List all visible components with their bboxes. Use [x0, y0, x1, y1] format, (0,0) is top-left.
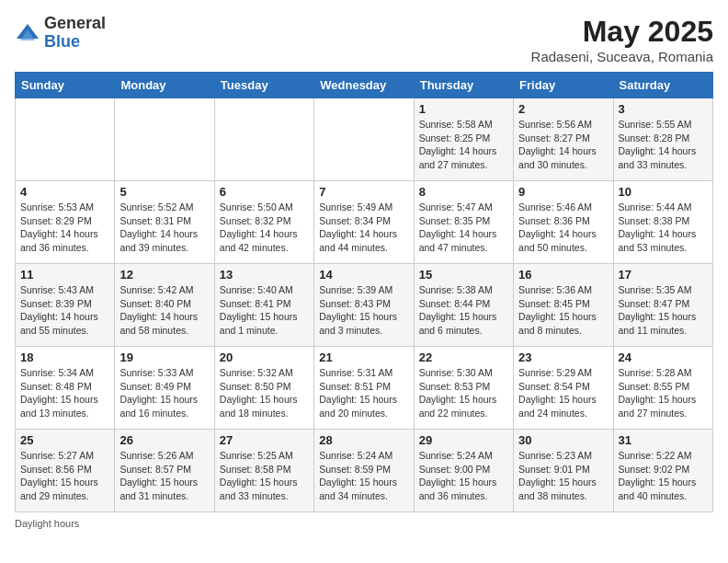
calendar-cell: 31Sunrise: 5:22 AM Sunset: 9:02 PM Dayli…	[613, 430, 712, 512]
day-number: 10	[619, 185, 708, 199]
day-info: Sunrise: 5:29 AM Sunset: 8:54 PM Dayligh…	[518, 366, 608, 420]
day-number: 11	[20, 268, 109, 282]
day-number: 23	[518, 350, 608, 364]
day-number: 19	[119, 350, 209, 364]
day-number: 25	[20, 433, 109, 447]
calendar-cell: 13Sunrise: 5:40 AM Sunset: 8:41 PM Dayli…	[214, 264, 313, 347]
day-number: 9	[518, 185, 608, 199]
header: General Blue May 2025 Radaseni, Suceava,…	[15, 15, 713, 64]
day-number: 2	[518, 102, 608, 116]
day-number: 4	[20, 185, 109, 199]
day-info: Sunrise: 5:22 AM Sunset: 9:02 PM Dayligh…	[619, 449, 708, 503]
day-number: 20	[220, 350, 309, 364]
header-day-monday: Monday	[115, 73, 214, 98]
daylight-label: Daylight hours	[15, 518, 79, 529]
day-info: Sunrise: 5:43 AM Sunset: 8:39 PM Dayligh…	[20, 283, 109, 338]
calendar-cell: 2Sunrise: 5:56 AM Sunset: 8:27 PM Daylig…	[514, 98, 613, 181]
calendar-cell: 28Sunrise: 5:24 AM Sunset: 8:59 PM Dayli…	[314, 430, 414, 512]
calendar-cell	[314, 98, 414, 181]
day-info: Sunrise: 5:23 AM Sunset: 9:01 PM Dayligh…	[518, 449, 608, 503]
header-day-thursday: Thursday	[414, 73, 513, 98]
calendar-cell	[16, 98, 115, 181]
day-info: Sunrise: 5:39 AM Sunset: 8:43 PM Dayligh…	[319, 283, 408, 338]
calendar-cell: 27Sunrise: 5:25 AM Sunset: 8:58 PM Dayli…	[214, 430, 313, 512]
day-info: Sunrise: 5:27 AM Sunset: 8:56 PM Dayligh…	[20, 449, 109, 503]
calendar-cell: 5Sunrise: 5:52 AM Sunset: 8:31 PM Daylig…	[115, 181, 214, 264]
calendar-cell: 15Sunrise: 5:38 AM Sunset: 8:44 PM Dayli…	[414, 264, 513, 347]
day-number: 7	[319, 185, 408, 199]
calendar-cell: 3Sunrise: 5:55 AM Sunset: 8:28 PM Daylig…	[613, 98, 712, 181]
calendar-cell: 23Sunrise: 5:29 AM Sunset: 8:54 PM Dayli…	[514, 347, 613, 430]
footer-note: Daylight hours	[15, 518, 713, 529]
header-day-saturday: Saturday	[613, 73, 712, 98]
calendar-cell: 30Sunrise: 5:23 AM Sunset: 9:01 PM Dayli…	[514, 430, 613, 512]
calendar-cell: 4Sunrise: 5:53 AM Sunset: 8:29 PM Daylig…	[16, 181, 115, 264]
calendar-cell: 9Sunrise: 5:46 AM Sunset: 8:36 PM Daylig…	[514, 181, 613, 264]
calendar-table: SundayMondayTuesdayWednesdayThursdayFrid…	[15, 72, 713, 512]
logo-general-text: General	[44, 15, 106, 33]
calendar-cell: 14Sunrise: 5:39 AM Sunset: 8:43 PM Dayli…	[314, 264, 414, 347]
calendar-week-5: 25Sunrise: 5:27 AM Sunset: 8:56 PM Dayli…	[16, 430, 713, 512]
day-info: Sunrise: 5:31 AM Sunset: 8:51 PM Dayligh…	[319, 366, 408, 420]
calendar-cell: 12Sunrise: 5:42 AM Sunset: 8:40 PM Dayli…	[115, 264, 214, 347]
day-number: 1	[419, 102, 508, 116]
header-day-friday: Friday	[514, 73, 613, 98]
day-info: Sunrise: 5:42 AM Sunset: 8:40 PM Dayligh…	[119, 283, 209, 338]
calendar-cell: 8Sunrise: 5:47 AM Sunset: 8:35 PM Daylig…	[414, 181, 513, 264]
calendar-week-1: 1Sunrise: 5:58 AM Sunset: 8:25 PM Daylig…	[16, 98, 713, 181]
day-info: Sunrise: 5:40 AM Sunset: 8:41 PM Dayligh…	[220, 283, 309, 338]
day-info: Sunrise: 5:47 AM Sunset: 8:35 PM Dayligh…	[419, 201, 508, 255]
day-number: 24	[619, 350, 708, 364]
calendar-week-3: 11Sunrise: 5:43 AM Sunset: 8:39 PM Dayli…	[16, 264, 713, 347]
calendar-cell: 25Sunrise: 5:27 AM Sunset: 8:56 PM Dayli…	[16, 430, 115, 512]
day-info: Sunrise: 5:24 AM Sunset: 9:00 PM Dayligh…	[419, 449, 508, 503]
day-info: Sunrise: 5:52 AM Sunset: 8:31 PM Dayligh…	[119, 201, 209, 255]
day-number: 28	[319, 433, 408, 447]
calendar-cell: 21Sunrise: 5:31 AM Sunset: 8:51 PM Dayli…	[314, 347, 414, 430]
calendar-cell	[115, 98, 214, 181]
calendar-cell: 7Sunrise: 5:49 AM Sunset: 8:34 PM Daylig…	[314, 181, 414, 264]
calendar-cell: 16Sunrise: 5:36 AM Sunset: 8:45 PM Dayli…	[514, 264, 613, 347]
calendar-cell	[214, 98, 313, 181]
header-day-tuesday: Tuesday	[214, 73, 313, 98]
calendar-cell: 17Sunrise: 5:35 AM Sunset: 8:47 PM Dayli…	[613, 264, 712, 347]
header-day-sunday: Sunday	[16, 73, 115, 98]
calendar-cell: 1Sunrise: 5:58 AM Sunset: 8:25 PM Daylig…	[414, 98, 513, 181]
calendar-cell: 24Sunrise: 5:28 AM Sunset: 8:55 PM Dayli…	[613, 347, 712, 430]
calendar-cell: 29Sunrise: 5:24 AM Sunset: 9:00 PM Dayli…	[414, 430, 513, 512]
day-number: 5	[119, 185, 209, 199]
day-number: 18	[20, 350, 109, 364]
day-info: Sunrise: 5:46 AM Sunset: 8:36 PM Dayligh…	[518, 201, 608, 255]
day-info: Sunrise: 5:53 AM Sunset: 8:29 PM Dayligh…	[20, 201, 109, 255]
day-number: 17	[619, 268, 708, 282]
day-number: 22	[419, 350, 508, 364]
day-info: Sunrise: 5:35 AM Sunset: 8:47 PM Dayligh…	[619, 283, 708, 338]
day-info: Sunrise: 5:32 AM Sunset: 8:50 PM Dayligh…	[220, 366, 309, 420]
month-title: May 2025	[531, 15, 713, 49]
day-info: Sunrise: 5:28 AM Sunset: 8:55 PM Dayligh…	[619, 366, 708, 420]
calendar-cell: 26Sunrise: 5:26 AM Sunset: 8:57 PM Dayli…	[115, 430, 214, 512]
day-info: Sunrise: 5:44 AM Sunset: 8:38 PM Dayligh…	[619, 201, 708, 255]
day-info: Sunrise: 5:55 AM Sunset: 8:28 PM Dayligh…	[619, 118, 708, 172]
logo: General Blue	[15, 15, 106, 52]
day-number: 14	[319, 268, 408, 282]
calendar-cell: 19Sunrise: 5:33 AM Sunset: 8:49 PM Dayli…	[115, 347, 214, 430]
day-info: Sunrise: 5:34 AM Sunset: 8:48 PM Dayligh…	[20, 366, 109, 420]
day-number: 16	[518, 268, 608, 282]
logo-blue-text: Blue	[44, 33, 106, 52]
day-number: 27	[220, 433, 309, 447]
day-info: Sunrise: 5:49 AM Sunset: 8:34 PM Dayligh…	[319, 201, 408, 255]
logo-text: General Blue	[44, 15, 106, 52]
day-number: 12	[119, 268, 209, 282]
day-info: Sunrise: 5:58 AM Sunset: 8:25 PM Dayligh…	[419, 118, 508, 172]
calendar-week-4: 18Sunrise: 5:34 AM Sunset: 8:48 PM Dayli…	[16, 347, 713, 430]
day-info: Sunrise: 5:38 AM Sunset: 8:44 PM Dayligh…	[419, 283, 508, 338]
day-number: 30	[518, 433, 608, 447]
title-area: May 2025 Radaseni, Suceava, Romania	[531, 15, 713, 64]
header-day-wednesday: Wednesday	[314, 73, 414, 98]
day-number: 3	[619, 102, 708, 116]
day-info: Sunrise: 5:50 AM Sunset: 8:32 PM Dayligh…	[220, 201, 309, 255]
calendar-cell: 11Sunrise: 5:43 AM Sunset: 8:39 PM Dayli…	[16, 264, 115, 347]
day-number: 15	[419, 268, 508, 282]
day-number: 8	[419, 185, 508, 199]
